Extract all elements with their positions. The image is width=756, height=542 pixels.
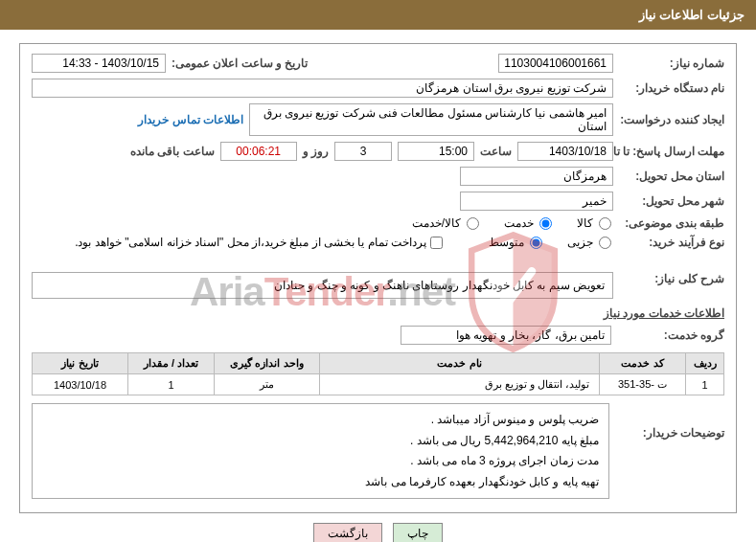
th-name: نام خدمت: [320, 353, 600, 374]
buyer-notes-box: ضریب پلوس و مینوس آزاد میباشد . مبلغ پای…: [32, 403, 609, 499]
deadline-label: مهلت ارسال پاسخ: تا تاریخ:: [619, 145, 724, 158]
details-panel: شماره نیاز: 1103004106001661 تاریخ و ساع…: [19, 43, 737, 513]
buyer-note-line: مدت زمان اجرای پروژه 3 ماه می باشد .: [42, 451, 599, 472]
th-idx: ردیف: [686, 353, 724, 374]
action-buttons: چاپ بازگشت: [0, 523, 756, 542]
radio-service[interactable]: خدمت: [504, 216, 554, 230]
radio-service-label: خدمت: [504, 216, 534, 230]
announce-label: تاریخ و ساعت اعلان عمومی:: [172, 56, 308, 70]
cell-date: 1403/10/18: [33, 374, 128, 395]
radio-goods-label: کالا: [577, 216, 593, 230]
cell-unit: متر: [215, 374, 320, 395]
print-button[interactable]: چاپ: [393, 523, 443, 542]
province-label: استان محل تحویل:: [619, 169, 724, 183]
buyer-note-line: مبلغ پایه 5,442,964,210 ریال می باشد .: [42, 431, 599, 452]
buyer-note-line: تهیه پایه و کابل خودنگهدار بعهده کارفرما…: [42, 472, 599, 493]
radio-both-input[interactable]: [467, 217, 479, 230]
need-no-value: 1103004106001661: [498, 54, 613, 73]
category-label: طبقه بندی موضوعی:: [619, 216, 724, 230]
page-title: جزئیات اطلاعات نیاز: [639, 8, 745, 22]
radio-minor-label: جزیی: [567, 236, 593, 249]
table-header-row: ردیف کد خدمت نام خدمت واحد اندازه گیری ت…: [33, 353, 724, 374]
need-summary-label: شرح کلی نیاز:: [619, 272, 724, 285]
deadline-time: 15:00: [398, 142, 474, 161]
radio-minor-input[interactable]: [599, 237, 611, 249]
radio-service-input[interactable]: [539, 217, 552, 230]
radio-medium[interactable]: متوسط: [489, 236, 544, 249]
cell-idx: 1: [686, 374, 724, 395]
creator-value: امیر هاشمی نیا کارشناس مسئول مطالعات فنی…: [249, 103, 613, 136]
countdown-timer: 00:06:21: [220, 142, 297, 161]
city-label: شهر محل تحویل:: [619, 194, 724, 208]
remain-text: ساعت باقی مانده: [130, 145, 215, 158]
treasury-checkbox[interactable]: [430, 237, 443, 249]
service-group-label: گروه خدمت:: [619, 328, 724, 342]
back-button[interactable]: بازگشت: [313, 523, 382, 542]
cell-qty: 1: [128, 374, 215, 395]
radio-goods-input[interactable]: [599, 217, 611, 230]
process-label: نوع فرآیند خرید:: [619, 236, 724, 249]
need-summary-text: تعویض سیم به کابل خودنگهدار روستاهای ناه…: [274, 279, 605, 292]
buyer-contact-link[interactable]: اطلاعات تماس خریدار: [138, 113, 243, 126]
radio-both[interactable]: کالا/خدمت: [412, 216, 481, 230]
th-date: تاریخ نیاز: [33, 353, 128, 374]
buyer-label: نام دستگاه خریدار:: [619, 81, 724, 95]
need-no-label: شماره نیاز:: [619, 56, 724, 70]
buyer-note-line: ضریب پلوس و مینوس آزاد میباشد .: [42, 410, 599, 431]
cell-name: تولید، انتقال و توزیع برق: [320, 374, 600, 395]
days-text: روز و: [303, 145, 329, 158]
radio-minor[interactable]: جزیی: [567, 236, 613, 249]
buyer-notes-label: توضیحات خریدار:: [619, 426, 724, 440]
time-label: ساعت: [480, 145, 512, 158]
cell-code: ت -35-351: [600, 374, 686, 395]
deadline-date: 1403/10/18: [517, 142, 613, 161]
th-code: کد خدمت: [600, 353, 686, 374]
radio-both-label: کالا/خدمت: [412, 216, 461, 230]
table-row: 1 ت -35-351 تولید، انتقال و توزیع برق مت…: [33, 374, 724, 395]
services-table: ردیف کد خدمت نام خدمت واحد اندازه گیری ت…: [32, 352, 724, 395]
creator-label: ایجاد کننده درخواست:: [619, 113, 724, 126]
need-summary-box: تعویض سیم به کابل خودنگهدار روستاهای ناه…: [32, 272, 613, 299]
radio-goods[interactable]: کالا: [577, 216, 613, 230]
days-remaining: 3: [334, 142, 392, 161]
services-section-title: اطلاعات خدمات مورد نیاز: [32, 306, 724, 320]
th-unit: واحد اندازه گیری: [215, 353, 320, 374]
page-header: جزئیات اطلاعات نیاز: [0, 0, 756, 30]
buyer-value: شرکت توزیع نیروی برق استان هرمزگان: [32, 79, 613, 98]
city-value: خمیر: [460, 192, 613, 211]
treasury-note: پرداخت تمام یا بخشی از مبلغ خرید،از محل …: [75, 236, 426, 249]
service-group-value: تامین برق، گاز، بخار و تهویه هوا: [401, 326, 611, 345]
radio-medium-label: متوسط: [489, 236, 524, 249]
radio-medium-input[interactable]: [530, 237, 542, 249]
treasury-check-group[interactable]: پرداخت تمام یا بخشی از مبلغ خرید،از محل …: [75, 236, 447, 249]
province-value: هرمزگان: [460, 167, 613, 186]
announce-value: 1403/10/15 - 14:33: [32, 54, 166, 73]
th-qty: تعداد / مقدار: [128, 353, 215, 374]
